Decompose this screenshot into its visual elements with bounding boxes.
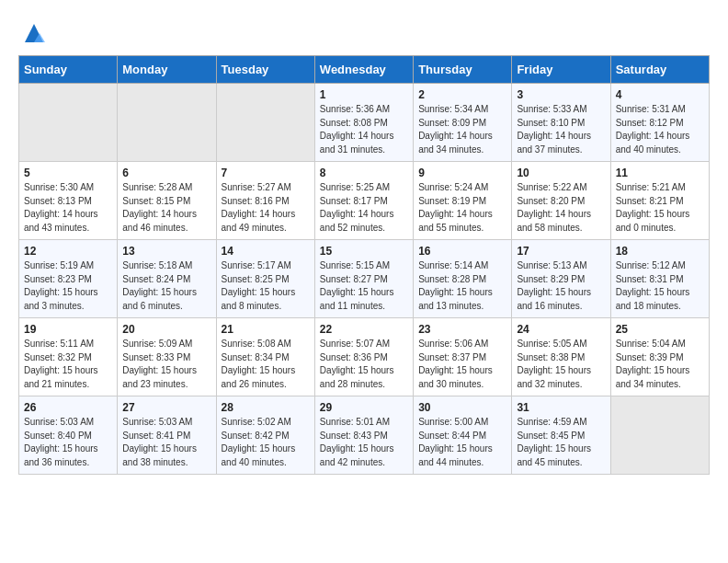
calendar-cell: 27Sunrise: 5:03 AM Sunset: 8:41 PM Dayli… [118,396,216,475]
day-number: 11 [616,167,704,179]
calendar-cell: 25Sunrise: 5:04 AM Sunset: 8:39 PM Dayli… [610,318,709,396]
calendar-cell: 20Sunrise: 5:09 AM Sunset: 8:33 PM Dayli… [118,318,216,396]
calendar-cell: 30Sunrise: 5:00 AM Sunset: 8:44 PM Dayli… [414,396,512,475]
day-info: Sunrise: 5:24 AM Sunset: 8:19 PM Dayligh… [418,181,506,235]
calendar-cell [610,396,709,475]
day-info: Sunrise: 5:11 AM Sunset: 8:32 PM Dayligh… [24,338,112,391]
page-header [18,18,710,46]
weekday-header: Wednesday [314,56,413,84]
day-info: Sunrise: 5:06 AM Sunset: 8:37 PM Dayligh… [418,338,506,391]
logo [18,18,47,46]
calendar-cell [118,84,216,162]
calendar-week-row: 26Sunrise: 5:03 AM Sunset: 8:40 PM Dayli… [19,396,710,475]
calendar-cell: 5Sunrise: 5:30 AM Sunset: 8:13 PM Daylig… [19,162,118,240]
calendar-body: 1Sunrise: 5:36 AM Sunset: 8:08 PM Daylig… [19,84,710,475]
day-number: 16 [418,245,506,258]
day-number: 19 [24,323,112,336]
day-number: 3 [517,88,605,101]
day-number: 29 [320,401,408,414]
day-number: 15 [320,245,408,258]
calendar-cell: 22Sunrise: 5:07 AM Sunset: 8:36 PM Dayli… [314,318,413,396]
calendar-cell: 11Sunrise: 5:21 AM Sunset: 8:21 PM Dayli… [610,162,709,240]
day-number: 8 [320,167,408,179]
weekday-header: Friday [512,56,610,84]
day-number: 28 [222,401,310,414]
day-number: 17 [517,245,605,258]
calendar-cell: 7Sunrise: 5:27 AM Sunset: 8:16 PM Daylig… [216,162,314,240]
day-number: 23 [418,323,506,336]
day-number: 12 [24,245,112,258]
day-number: 24 [517,323,605,336]
calendar-cell: 14Sunrise: 5:17 AM Sunset: 8:25 PM Dayli… [216,240,314,318]
day-info: Sunrise: 5:34 AM Sunset: 8:09 PM Dayligh… [418,103,506,156]
weekday-header: Thursday [414,56,512,84]
day-number: 9 [418,167,506,179]
day-info: Sunrise: 5:22 AM Sunset: 8:20 PM Dayligh… [517,181,605,235]
calendar-cell: 2Sunrise: 5:34 AM Sunset: 8:09 PM Daylig… [414,84,512,162]
day-number: 20 [122,323,210,336]
day-number: 4 [616,88,704,101]
day-number: 26 [24,401,112,414]
day-number: 31 [517,401,605,414]
day-number: 7 [222,167,310,179]
calendar-cell: 26Sunrise: 5:03 AM Sunset: 8:40 PM Dayli… [19,396,118,475]
calendar-table: SundayMondayTuesdayWednesdayThursdayFrid… [18,55,710,475]
calendar-cell: 16Sunrise: 5:14 AM Sunset: 8:28 PM Dayli… [414,240,512,318]
calendar-cell: 18Sunrise: 5:12 AM Sunset: 8:31 PM Dayli… [610,240,709,318]
day-info: Sunrise: 5:03 AM Sunset: 8:41 PM Dayligh… [122,416,210,469]
day-info: Sunrise: 5:08 AM Sunset: 8:34 PM Dayligh… [222,338,310,391]
day-number: 18 [616,245,704,258]
calendar-cell: 21Sunrise: 5:08 AM Sunset: 8:34 PM Dayli… [216,318,314,396]
calendar-cell: 6Sunrise: 5:28 AM Sunset: 8:15 PM Daylig… [118,162,216,240]
day-info: Sunrise: 5:13 AM Sunset: 8:29 PM Dayligh… [517,259,605,313]
calendar-week-row: 19Sunrise: 5:11 AM Sunset: 8:32 PM Dayli… [19,318,710,396]
calendar-cell: 19Sunrise: 5:11 AM Sunset: 8:32 PM Dayli… [19,318,118,396]
day-info: Sunrise: 5:02 AM Sunset: 8:42 PM Dayligh… [222,416,310,469]
day-info: Sunrise: 5:09 AM Sunset: 8:33 PM Dayligh… [122,338,210,391]
day-number: 22 [320,323,408,336]
day-info: Sunrise: 5:25 AM Sunset: 8:17 PM Dayligh… [320,181,408,235]
day-info: Sunrise: 5:05 AM Sunset: 8:38 PM Dayligh… [517,338,605,391]
day-number: 5 [24,167,112,179]
day-info: Sunrise: 5:15 AM Sunset: 8:27 PM Dayligh… [320,259,408,313]
calendar-cell: 9Sunrise: 5:24 AM Sunset: 8:19 PM Daylig… [414,162,512,240]
weekday-header: Sunday [19,56,118,84]
calendar-cell: 4Sunrise: 5:31 AM Sunset: 8:12 PM Daylig… [610,84,709,162]
day-info: Sunrise: 5:17 AM Sunset: 8:25 PM Dayligh… [222,259,310,313]
day-info: Sunrise: 5:07 AM Sunset: 8:36 PM Dayligh… [320,338,408,391]
calendar-cell: 31Sunrise: 4:59 AM Sunset: 8:45 PM Dayli… [512,396,610,475]
day-info: Sunrise: 5:21 AM Sunset: 8:21 PM Dayligh… [616,181,704,235]
day-number: 10 [517,167,605,179]
day-number: 25 [616,323,704,336]
day-info: Sunrise: 5:19 AM Sunset: 8:23 PM Dayligh… [24,259,112,313]
calendar-cell: 3Sunrise: 5:33 AM Sunset: 8:10 PM Daylig… [512,84,610,162]
calendar-week-row: 5Sunrise: 5:30 AM Sunset: 8:13 PM Daylig… [19,162,710,240]
day-number: 2 [418,88,506,101]
calendar-cell: 15Sunrise: 5:15 AM Sunset: 8:27 PM Dayli… [314,240,413,318]
day-info: Sunrise: 4:59 AM Sunset: 8:45 PM Dayligh… [517,416,605,469]
day-info: Sunrise: 5:28 AM Sunset: 8:15 PM Dayligh… [122,181,210,235]
calendar-cell: 29Sunrise: 5:01 AM Sunset: 8:43 PM Dayli… [314,396,413,475]
day-number: 30 [418,401,506,414]
day-number: 6 [122,167,210,179]
day-number: 1 [320,88,408,101]
day-number: 14 [222,245,310,258]
day-info: Sunrise: 5:27 AM Sunset: 8:16 PM Dayligh… [222,181,310,235]
calendar-week-row: 1Sunrise: 5:36 AM Sunset: 8:08 PM Daylig… [19,84,710,162]
calendar-cell: 24Sunrise: 5:05 AM Sunset: 8:38 PM Dayli… [512,318,610,396]
calendar-cell: 1Sunrise: 5:36 AM Sunset: 8:08 PM Daylig… [314,84,413,162]
calendar-cell: 8Sunrise: 5:25 AM Sunset: 8:17 PM Daylig… [314,162,413,240]
calendar-header-row: SundayMondayTuesdayWednesdayThursdayFrid… [19,56,710,84]
calendar-cell: 28Sunrise: 5:02 AM Sunset: 8:42 PM Dayli… [216,396,314,475]
day-info: Sunrise: 5:00 AM Sunset: 8:44 PM Dayligh… [418,416,506,469]
weekday-header: Tuesday [216,56,314,84]
day-info: Sunrise: 5:33 AM Sunset: 8:10 PM Dayligh… [517,103,605,156]
calendar-cell: 12Sunrise: 5:19 AM Sunset: 8:23 PM Dayli… [19,240,118,318]
day-info: Sunrise: 5:12 AM Sunset: 8:31 PM Dayligh… [616,259,704,313]
day-info: Sunrise: 5:31 AM Sunset: 8:12 PM Dayligh… [616,103,704,156]
day-info: Sunrise: 5:36 AM Sunset: 8:08 PM Dayligh… [320,103,408,156]
day-info: Sunrise: 5:18 AM Sunset: 8:24 PM Dayligh… [122,259,210,313]
calendar-cell [19,84,118,162]
weekday-header: Monday [118,56,216,84]
calendar-cell: 10Sunrise: 5:22 AM Sunset: 8:20 PM Dayli… [512,162,610,240]
